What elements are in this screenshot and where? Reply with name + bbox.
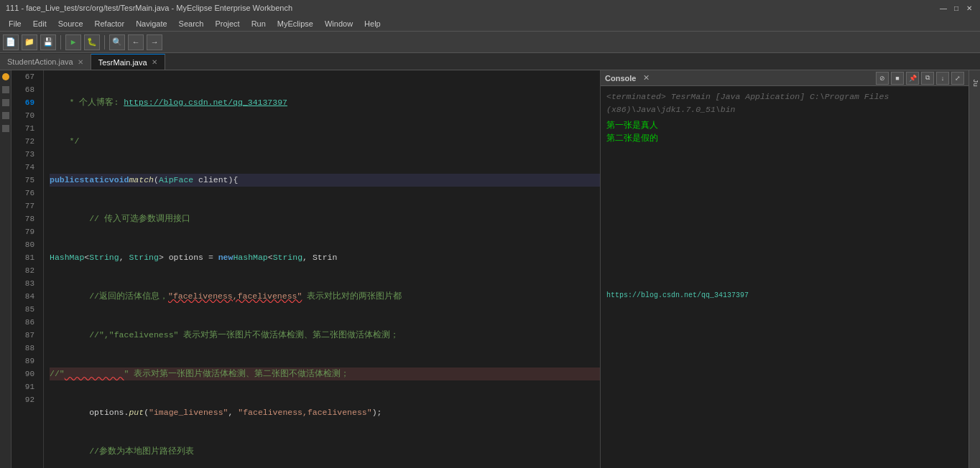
- menu-file[interactable]: File: [3, 18, 27, 29]
- tab-studentaction-label: StudentAction.java: [7, 57, 73, 66]
- line-84: 84: [11, 290, 39, 303]
- tab-tesrmain-label: TesrMain.java: [98, 58, 147, 67]
- gutter-icon-1[interactable]: [2, 73, 9, 80]
- code-line-70: // 传入可选参数调用接口: [50, 212, 600, 225]
- gutter-icon-4[interactable]: [2, 112, 9, 119]
- toolbar-forward[interactable]: →: [147, 34, 162, 50]
- menu-help[interactable]: Help: [359, 18, 387, 29]
- console-pin-btn[interactable]: 📌: [906, 72, 919, 85]
- line-76: 76: [11, 187, 39, 200]
- line-74: 74: [11, 161, 39, 174]
- menu-search[interactable]: Search: [173, 18, 210, 29]
- line-90: 90: [11, 368, 39, 380]
- line-73: 73: [11, 148, 39, 161]
- menu-project[interactable]: Project: [209, 18, 245, 29]
- line-81: 81: [11, 251, 39, 264]
- line-68: 68: [11, 83, 39, 96]
- menu-edit[interactable]: Edit: [27, 18, 52, 29]
- menu-source[interactable]: Source: [52, 18, 89, 29]
- toolbar-open[interactable]: 📁: [22, 34, 37, 50]
- line-87: 87: [11, 329, 39, 342]
- code-line-75: options.put("image_liveness", "faceliven…: [50, 406, 600, 419]
- line-85: 85: [11, 303, 39, 316]
- toolbar-debug[interactable]: 🐛: [84, 34, 100, 50]
- line-88: 88: [11, 342, 39, 355]
- line-70: 70: [11, 109, 39, 122]
- toolbar: 📄 📁 💾 ▶ 🐛 🔍 ← →: [0, 32, 980, 53]
- console-content: <terminated> TesrMain [Java Application]…: [601, 86, 969, 468]
- code-line-68: */: [50, 135, 600, 148]
- line-80: 80: [11, 238, 39, 251]
- console-output-line2: 第二张是假的: [606, 134, 658, 143]
- menu-myeclipse[interactable]: MyEclipse: [272, 18, 319, 29]
- toolbar-run[interactable]: ▶: [65, 34, 81, 50]
- gutter-icon-2[interactable]: [2, 86, 9, 93]
- toolbar-search[interactable]: 🔍: [109, 34, 125, 50]
- menu-bar: File Edit Source Refactor Navigate Searc…: [0, 16, 980, 32]
- console-scroll-btn[interactable]: ↓: [936, 72, 949, 85]
- toolbar-back[interactable]: ←: [128, 34, 144, 50]
- code-line-69: public static void match(AipFace client)…: [50, 174, 600, 187]
- menu-navigate[interactable]: Navigate: [130, 18, 172, 29]
- line-86: 86: [11, 316, 39, 329]
- window-controls: — □ ✕: [938, 3, 974, 13]
- main-content: 67 68 69 70 71 72 73 74 75 76 77 78 79 8…: [0, 70, 980, 468]
- console-output-line1: 第一张是真人: [606, 121, 658, 130]
- tab-tesrmain-close[interactable]: ✕: [152, 58, 157, 66]
- minimize-button[interactable]: —: [938, 3, 948, 13]
- line-83: 83: [11, 277, 39, 290]
- close-button[interactable]: ✕: [964, 3, 974, 13]
- title-bar: 111 - face_Live_test/src/org/test/TesrMa…: [0, 0, 980, 16]
- console-url: https://blog.csdn.net/qq_34137397: [606, 291, 749, 299]
- console-terminated-line: <terminated> TesrMain [Java Application]…: [606, 90, 963, 116]
- toolbar-sep1: [60, 35, 61, 50]
- line-71: 71: [11, 122, 39, 135]
- menu-window[interactable]: Window: [319, 18, 359, 29]
- code-line-71: HashMap<String, String> options = new Ha…: [50, 251, 600, 264]
- code-content[interactable]: * 个人博客: https://blog.csdn.net/qq_3413739…: [44, 70, 600, 468]
- menu-run[interactable]: Run: [246, 18, 272, 29]
- left-gutter: [0, 70, 11, 468]
- right-gutter-label: Ju: [971, 79, 979, 87]
- menu-refactor[interactable]: Refactor: [89, 18, 131, 29]
- code-editor[interactable]: 67 68 69 70 71 72 73 74 75 76 77 78 79 8…: [11, 70, 601, 468]
- line-78: 78: [11, 212, 39, 225]
- toolbar-sep2: [104, 35, 105, 50]
- right-gutter: Ju: [969, 70, 980, 468]
- console-panel: Console ✕ ⊘ ■ 📌 ⧉ ↓ ⤢ <terminated> TesrM…: [601, 70, 969, 468]
- line-69: 69: [11, 96, 39, 109]
- line-79: 79: [11, 225, 39, 238]
- console-copy-btn[interactable]: ⧉: [921, 72, 934, 85]
- line-92: 92: [11, 393, 39, 406]
- toolbar-new[interactable]: 📄: [3, 34, 19, 50]
- toolbar-save[interactable]: 💾: [40, 34, 56, 50]
- console-stop-btn[interactable]: ■: [891, 72, 904, 85]
- gutter-icon-5[interactable]: [2, 125, 9, 132]
- tab-studentaction[interactable]: StudentAction.java ✕: [0, 54, 91, 70]
- console-title-bar: Console ✕ ⊘ ■ 📌 ⧉ ↓ ⤢: [601, 70, 969, 86]
- console-close-icon[interactable]: ✕: [643, 73, 650, 83]
- tab-tesrmain[interactable]: TesrMain.java ✕: [91, 54, 165, 70]
- tab-bar: StudentAction.java ✕ TesrMain.java ✕: [0, 53, 980, 70]
- tab-studentaction-close[interactable]: ✕: [78, 58, 83, 66]
- console-terminated-text: <terminated> TesrMain [Java Application]…: [606, 92, 889, 114]
- code-line-72: //返回的活体信息，"faceliveness,faceliveness" 表示…: [50, 290, 600, 303]
- console-label: Console: [605, 74, 636, 83]
- console-expand-btn[interactable]: ⤢: [951, 72, 964, 85]
- line-91: 91: [11, 380, 39, 393]
- code-line-67: * 个人博客: https://blog.csdn.net/qq_3413739…: [50, 96, 600, 109]
- line-77: 77: [11, 200, 39, 212]
- line-75: 75: [11, 174, 39, 187]
- gutter-icon-3[interactable]: [2, 99, 9, 106]
- console-url-area: https://blog.csdn.net/qq_34137397: [606, 289, 963, 302]
- line-82: 82: [11, 264, 39, 277]
- line-67: 67: [11, 70, 39, 83]
- console-output-1: 第一张是真人: [606, 119, 963, 132]
- console-clear-btn[interactable]: ⊘: [876, 72, 889, 85]
- console-output-2: 第二张是假的: [606, 132, 963, 145]
- line-numbers: 67 68 69 70 71 72 73 74 75 76 77 78 79 8…: [11, 70, 44, 468]
- line-89: 89: [11, 355, 39, 368]
- maximize-button[interactable]: □: [951, 3, 961, 13]
- code-line-74: //" " 表示对第一张图片做活体检测、第二张图不做活体检测；: [50, 368, 600, 380]
- code-line-76: //参数为本地图片路径列表: [50, 445, 600, 458]
